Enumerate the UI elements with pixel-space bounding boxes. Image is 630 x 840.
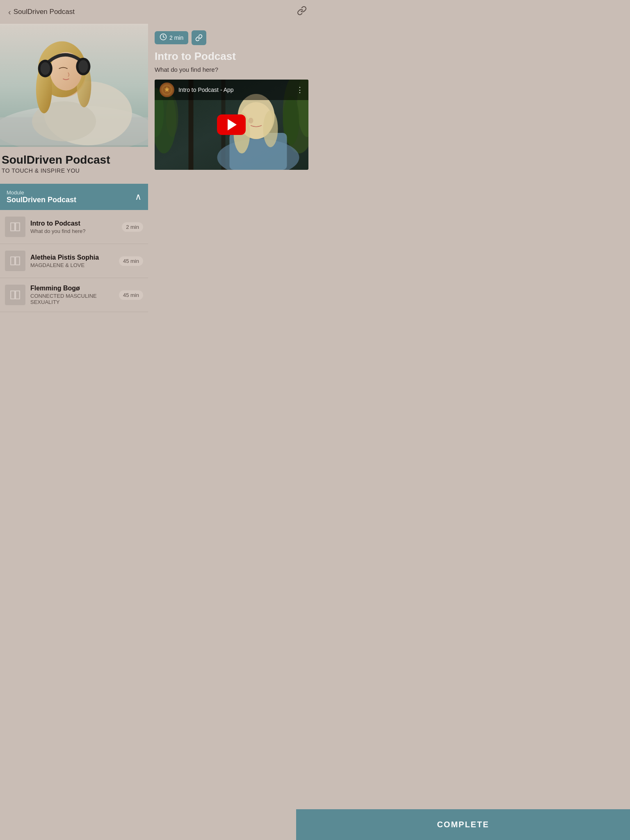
svg-point-30: [263, 110, 278, 147]
module-name: SoulDriven Podcast: [7, 196, 76, 204]
lesson-1-info: Intro to Podcast What do you find here?: [30, 220, 117, 234]
lesson-item[interactable]: Aletheia Pistis Sophia MAGDALENE & LOVE …: [0, 244, 148, 278]
right-column: 2 min Intro to Podcast What do you find …: [148, 24, 315, 312]
lesson-icon-1: [5, 217, 25, 237]
lesson-item[interactable]: Flemming Bogø CONNECTED MASCULINE SEXUAL…: [0, 278, 148, 312]
video-thumbnail[interactable]: Intro to Podcast - App ⋮: [155, 80, 308, 170]
podcast-main-title: SoulDriven Podcast: [2, 153, 146, 167]
book-open-icon: [10, 290, 21, 300]
header-link-icon[interactable]: [297, 6, 307, 18]
episode-meta: 2 min: [155, 30, 308, 45]
module-chevron-icon: ∧: [135, 192, 142, 202]
hero-illustration: [0, 24, 148, 147]
channel-icon: [160, 82, 174, 97]
header-title: SoulDriven Podcast: [14, 8, 75, 16]
podcast-title-section: SoulDriven Podcast TO TOUCH & INSPIRE YO…: [0, 147, 148, 177]
video-channel-name: Intro to Podcast - App: [178, 87, 292, 93]
episode-description: What do you find here?: [155, 66, 308, 73]
lesson-item[interactable]: Intro to Podcast What do you find here? …: [0, 210, 148, 244]
time-badge: 2 min: [155, 31, 188, 44]
lesson-icon-3: [5, 285, 25, 305]
lesson-3-title: Flemming Bogø: [30, 285, 114, 292]
lesson-3-subtitle: CONNECTED MASCULINE SEXUALITY: [30, 293, 114, 305]
video-top-bar: Intro to Podcast - App ⋮: [155, 80, 308, 100]
lesson-3-duration: 45 min: [119, 290, 143, 300]
book-open-icon: [10, 256, 21, 266]
play-button[interactable]: [217, 114, 246, 135]
video-inner: Intro to Podcast - App ⋮: [155, 80, 308, 170]
module-section: Module SoulDriven Podcast ∧ Intro to Pod…: [0, 184, 148, 312]
svg-point-14: [78, 60, 88, 73]
episode-title: Intro to Podcast: [155, 50, 308, 63]
episode-duration: 2 min: [169, 34, 183, 41]
hero-image: [0, 24, 148, 147]
svg-point-12: [41, 62, 50, 75]
back-button[interactable]: ‹ SoulDriven Podcast: [8, 7, 75, 17]
lesson-list: Intro to Podcast What do you find here? …: [0, 210, 148, 312]
lesson-2-subtitle: MAGDALENE & LOVE: [30, 262, 114, 268]
video-options-icon[interactable]: ⋮: [296, 85, 304, 94]
lesson-3-info: Flemming Bogø CONNECTED MASCULINE SEXUAL…: [30, 285, 114, 305]
lesson-1-subtitle: What do you find here?: [30, 228, 117, 234]
module-label: Module: [7, 189, 76, 196]
lesson-2-duration: 45 min: [119, 256, 143, 266]
svg-point-19: [166, 96, 178, 137]
module-header[interactable]: Module SoulDriven Podcast ∧: [0, 184, 148, 210]
module-header-text: Module SoulDriven Podcast: [7, 189, 76, 204]
header: ‹ SoulDriven Podcast: [0, 0, 315, 24]
episode-link-button[interactable]: [192, 30, 206, 45]
play-triangle-icon: [228, 119, 237, 130]
left-column: SoulDriven Podcast TO TOUCH & INSPIRE YO…: [0, 24, 148, 312]
lesson-icon-2: [5, 251, 25, 271]
lesson-2-info: Aletheia Pistis Sophia MAGDALENE & LOVE: [30, 254, 114, 268]
book-open-icon: [10, 221, 21, 232]
lesson-1-title: Intro to Podcast: [30, 220, 117, 227]
svg-point-31: [248, 118, 253, 123]
clock-icon: [160, 33, 167, 42]
lesson-1-duration: 2 min: [122, 222, 143, 232]
lesson-2-title: Aletheia Pistis Sophia: [30, 254, 114, 261]
main-layout: SoulDriven Podcast TO TOUCH & INSPIRE YO…: [0, 24, 315, 312]
back-icon: ‹: [8, 7, 11, 17]
podcast-subtitle: TO TOUCH & INSPIRE YOU: [2, 167, 146, 174]
